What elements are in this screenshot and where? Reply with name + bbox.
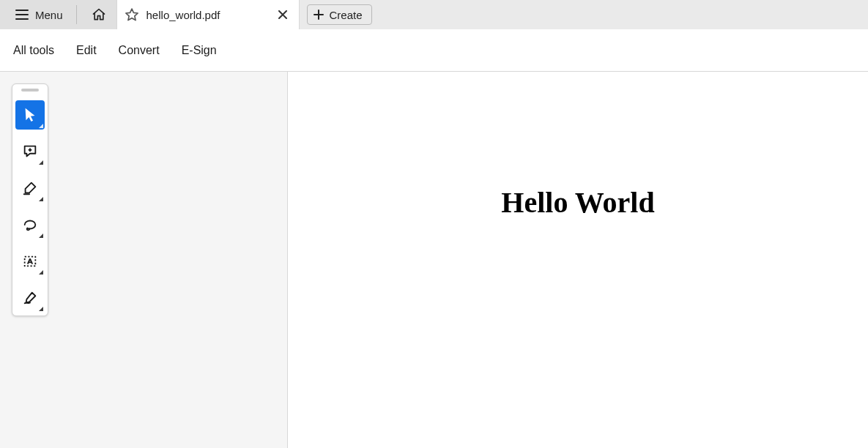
signature-icon xyxy=(22,290,38,306)
svg-rect-1 xyxy=(25,257,36,266)
title-bar: Menu hello_world.pdf Create xyxy=(0,0,868,29)
expand-corner-icon xyxy=(39,197,43,201)
create-label: Create xyxy=(330,9,363,21)
divider xyxy=(76,5,77,24)
home-button[interactable] xyxy=(86,1,112,28)
comment-tool[interactable] xyxy=(15,137,45,166)
draw-tool[interactable] xyxy=(15,210,45,239)
lasso-icon xyxy=(22,217,38,233)
toolbox xyxy=(12,83,48,316)
svg-marker-0 xyxy=(125,9,137,20)
highlight-tool[interactable] xyxy=(15,173,45,203)
menu-esign[interactable]: E-Sign xyxy=(182,44,217,57)
toolbox-drag-handle[interactable] xyxy=(21,89,39,92)
star-icon[interactable] xyxy=(125,7,139,22)
hamburger-icon xyxy=(15,7,29,22)
create-button-wrap: Create xyxy=(300,0,372,29)
expand-corner-icon xyxy=(39,234,43,238)
comment-icon xyxy=(22,143,38,160)
document-tab[interactable]: hello_world.pdf xyxy=(116,0,300,29)
text-box-tool[interactable] xyxy=(15,247,45,276)
menu-button[interactable]: Menu xyxy=(10,4,67,25)
highlighter-icon xyxy=(22,180,38,196)
expand-corner-icon xyxy=(39,270,43,275)
expand-corner-icon xyxy=(39,307,43,311)
sign-tool[interactable] xyxy=(15,283,45,313)
create-button[interactable]: Create xyxy=(307,4,372,25)
menu-convert[interactable]: Convert xyxy=(119,44,160,57)
menu-edit[interactable]: Edit xyxy=(76,44,97,57)
text-box-icon xyxy=(22,253,38,269)
side-panel xyxy=(0,72,288,448)
document-viewport[interactable]: Hello World xyxy=(288,72,868,448)
cursor-icon xyxy=(22,107,38,123)
plus-icon xyxy=(314,10,324,20)
menu-section: Menu xyxy=(0,0,116,29)
secondary-menubar: All tools Edit Convert E-Sign xyxy=(0,29,868,72)
content-area: Hello World xyxy=(0,72,868,448)
expand-corner-icon xyxy=(39,124,43,128)
document-heading: Hello World xyxy=(288,185,868,220)
tab-title: hello_world.pdf xyxy=(146,9,268,21)
home-icon xyxy=(92,7,106,22)
close-icon xyxy=(278,10,287,19)
menu-all-tools[interactable]: All tools xyxy=(13,44,54,57)
expand-corner-icon xyxy=(39,160,43,165)
select-tool[interactable] xyxy=(15,100,45,130)
tab-close-button[interactable] xyxy=(275,7,290,22)
menu-label: Menu xyxy=(35,9,63,21)
